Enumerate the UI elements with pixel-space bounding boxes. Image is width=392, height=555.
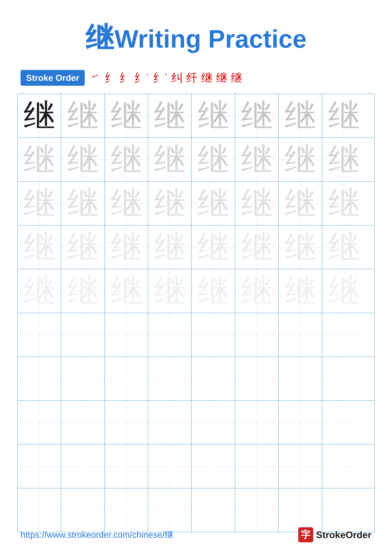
grid-cell-7-6[interactable] <box>235 357 279 401</box>
grid-cell-3-4: 继 <box>148 182 192 225</box>
grid-cell-1-8: 继 <box>322 94 366 138</box>
char-3-8: 继 <box>328 188 360 219</box>
grid-row-7 <box>18 357 374 401</box>
grid-cell-6-5[interactable] <box>192 313 235 357</box>
char-3-2: 继 <box>67 188 99 219</box>
grid-cell-8-7[interactable] <box>279 401 322 444</box>
grid-cell-8-4[interactable] <box>148 401 192 444</box>
grid-cell-7-5[interactable] <box>192 357 235 401</box>
grid-cell-7-2[interactable] <box>61 357 105 401</box>
grid-cell-4-4: 继 <box>148 226 192 269</box>
grid-cell-9-4[interactable] <box>148 445 192 488</box>
logo-text: StrokeOrder <box>316 529 371 540</box>
grid-row-4: 继 继 继 继 继 继 继 继 <box>18 226 374 269</box>
grid-row-2: 继 继 继 继 继 继 继 继 <box>18 138 374 182</box>
grid-cell-9-5[interactable] <box>192 445 235 488</box>
char-5-2: 继 <box>67 275 99 307</box>
char-1-6: 继 <box>241 100 273 132</box>
char-5-7: 继 <box>285 275 316 307</box>
grid-cell-10-4[interactable] <box>148 488 192 532</box>
grid-cell-9-1[interactable] <box>18 445 61 488</box>
grid-cell-6-8[interactable] <box>322 313 366 357</box>
char-1-5: 继 <box>198 100 229 132</box>
grid-cell-5-6: 继 <box>235 269 279 313</box>
grid-cell-10-1[interactable] <box>18 488 61 532</box>
char-2-3: 继 <box>111 144 142 175</box>
char-5-6: 继 <box>241 275 273 307</box>
char-5-8: 继 <box>328 275 360 307</box>
grid-cell-6-6[interactable] <box>235 313 279 357</box>
stroke-step-8: 继 <box>201 70 213 85</box>
grid-cell-4-5: 继 <box>192 226 235 269</box>
stroke-order-badge: Stroke Order <box>21 70 85 86</box>
char-2-2: 继 <box>67 144 99 175</box>
char-1-8: 继 <box>328 100 360 132</box>
char-3-1: 继 <box>24 188 55 219</box>
grid-cell-4-3: 继 <box>105 226 148 269</box>
grid-cell-8-1[interactable] <box>18 401 61 444</box>
grid-cell-9-8[interactable] <box>322 445 366 488</box>
grid-row-10 <box>18 488 374 532</box>
grid-cell-6-2[interactable] <box>61 313 105 357</box>
grid-cell-8-5[interactable] <box>192 401 235 444</box>
grid-cell-3-3: 继 <box>105 182 148 225</box>
grid-cell-3-6: 继 <box>235 182 279 225</box>
grid-cell-7-8[interactable] <box>322 357 366 401</box>
grid-cell-8-8[interactable] <box>322 401 366 444</box>
grid-cell-4-1: 继 <box>18 226 61 269</box>
footer-logo: 字 StrokeOrder <box>298 527 371 542</box>
grid-cell-1-5: 继 <box>192 94 235 138</box>
char-1-2: 继 <box>67 100 99 132</box>
grid-cell-5-1: 继 <box>18 269 61 313</box>
grid-cell-7-4[interactable] <box>148 357 192 401</box>
grid-row-1: 继 继 继 继 继 继 继 继 <box>18 94 374 138</box>
grid-cell-10-7[interactable] <box>279 488 322 532</box>
grid-cell-5-3: 继 <box>105 269 148 313</box>
grid-cell-7-1[interactable] <box>18 357 61 401</box>
grid-cell-9-7[interactable] <box>279 445 322 488</box>
grid-cell-1-2: 继 <box>61 94 105 138</box>
grid-cell-2-8: 继 <box>322 138 366 181</box>
grid-cell-7-7[interactable] <box>279 357 322 401</box>
grid-cell-5-5: 继 <box>192 269 235 313</box>
char-5-3: 继 <box>111 275 142 307</box>
grid-cell-10-2[interactable] <box>61 488 105 532</box>
grid-cell-1-3: 继 <box>105 94 148 138</box>
grid-cell-2-5: 继 <box>192 138 235 181</box>
logo-char: 字 <box>301 528 310 541</box>
stroke-step-9: 继 <box>216 70 227 85</box>
char-4-3: 继 <box>111 232 142 263</box>
grid-cell-10-3[interactable] <box>105 488 148 532</box>
grid-cell-9-6[interactable] <box>235 445 279 488</box>
grid-cell-6-7[interactable] <box>279 313 322 357</box>
stroke-step-3: 纟 <box>119 70 131 85</box>
footer: https://www.strokeorder.com/chinese/继 字 … <box>0 527 392 542</box>
grid-cell-3-2: 继 <box>61 182 105 225</box>
grid-cell-6-4[interactable] <box>148 313 192 357</box>
grid-cell-6-3[interactable] <box>105 313 148 357</box>
char-5-5: 继 <box>198 275 229 307</box>
grid-cell-5-4: 继 <box>148 269 192 313</box>
grid-cell-7-3[interactable] <box>105 357 148 401</box>
grid-row-5: 继 继 继 继 继 继 继 继 <box>18 269 374 313</box>
grid-cell-8-2[interactable] <box>61 401 105 444</box>
grid-cell-10-8[interactable] <box>322 488 366 532</box>
grid-cell-3-7: 继 <box>279 182 322 225</box>
grid-cell-4-2: 继 <box>61 226 105 269</box>
grid-cell-4-7: 继 <box>279 226 322 269</box>
grid-cell-3-8: 继 <box>322 182 366 225</box>
grid-cell-5-8: 继 <box>322 269 366 313</box>
grid-cell-10-6[interactable] <box>235 488 279 532</box>
grid-row-8 <box>18 401 374 445</box>
grid-cell-2-2: 继 <box>61 138 105 181</box>
grid-cell-3-5: 继 <box>192 182 235 225</box>
grid-cell-9-2[interactable] <box>61 445 105 488</box>
grid-cell-10-5[interactable] <box>192 488 235 532</box>
char-4-8: 继 <box>328 232 360 263</box>
logo-icon: 字 <box>298 527 313 542</box>
grid-cell-8-6[interactable] <box>235 401 279 444</box>
grid-cell-6-1[interactable] <box>18 313 61 357</box>
grid-cell-8-3[interactable] <box>105 401 148 444</box>
grid-cell-9-3[interactable] <box>105 445 148 488</box>
grid-row-3: 继 继 继 继 继 继 继 继 <box>18 182 374 226</box>
